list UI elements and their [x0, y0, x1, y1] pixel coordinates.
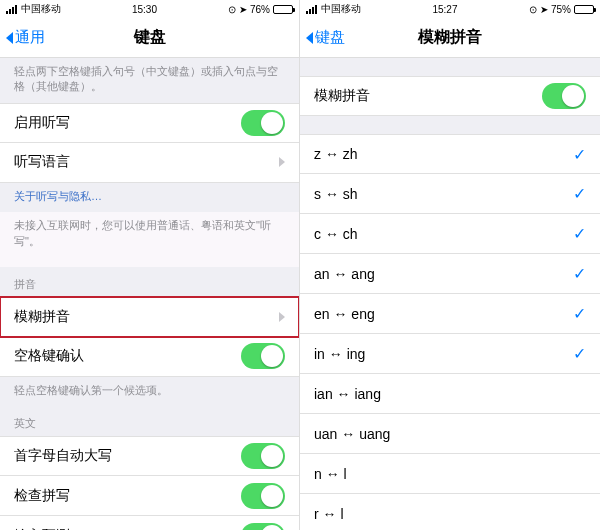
back-button[interactable]: 键盘: [306, 28, 345, 47]
checkmark-icon: ✓: [573, 145, 586, 164]
back-label: 通用: [15, 28, 45, 47]
status-bar: 中国移动 15:27 ⊙ ➤ 75%: [300, 0, 600, 18]
pinyin-header: 拼音: [0, 267, 299, 297]
english-header: 英文: [0, 406, 299, 436]
fuzzy-option-label: en ↔ eng: [314, 306, 375, 322]
chevron-left-icon: [306, 32, 313, 44]
location-icon: ➤: [239, 4, 247, 15]
fuzzy-option-label: uan ↔ uang: [314, 426, 390, 442]
page-title: 键盘: [134, 27, 166, 48]
chevron-left-icon: [6, 32, 13, 44]
fuzzy-option-row[interactable]: en ↔ eng✓: [300, 294, 600, 334]
checkmark-icon: ✓: [573, 224, 586, 243]
battery-percent: 75%: [551, 4, 571, 15]
fuzzy-option-row[interactable]: z ↔ zh✓: [300, 134, 600, 174]
predict-row[interactable]: 输入预测: [0, 516, 299, 530]
predict-toggle[interactable]: [241, 523, 285, 530]
checkmark-icon: ✓: [573, 184, 586, 203]
double-tap-note: 轻点两下空格键插入句号（中文键盘）或插入句点与空格（其他键盘）。: [0, 58, 299, 103]
autocap-label: 首字母自动大写: [14, 447, 112, 465]
privacy-link[interactable]: 关于听写与隐私…: [0, 183, 299, 212]
signal-icon: [306, 5, 317, 14]
fuzzy-master-row[interactable]: 模糊拼音: [300, 76, 600, 116]
fuzzy-pinyin-screen: 中国移动 15:27 ⊙ ➤ 75% 键盘 模糊拼音 模糊拼音 z ↔ zh✓s…: [300, 0, 600, 530]
status-bar: 中国移动 15:30 ⊙ ➤ 76%: [0, 0, 299, 18]
fuzzy-option-row[interactable]: r ↔ l: [300, 494, 600, 530]
fuzzy-option-row[interactable]: uan ↔ uang: [300, 414, 600, 454]
fuzzy-option-row[interactable]: n ↔ l: [300, 454, 600, 494]
checkmark-icon: ✓: [573, 304, 586, 323]
offline-note: 未接入互联网时，您可以使用普通话、粤语和英文"听写"。: [0, 212, 299, 267]
fuzzy-option-row[interactable]: ian ↔ iang: [300, 374, 600, 414]
fuzzy-option-label: z ↔ zh: [314, 146, 358, 162]
status-time: 15:27: [432, 4, 457, 15]
nav-bar: 通用 键盘: [0, 18, 299, 58]
battery-percent: 76%: [250, 4, 270, 15]
dictation-language-row[interactable]: 听写语言: [0, 143, 299, 183]
spellcheck-label: 检查拼写: [14, 487, 70, 505]
dictation-language-label: 听写语言: [14, 153, 70, 171]
back-button[interactable]: 通用: [6, 28, 45, 47]
carrier-label: 中国移动: [21, 2, 61, 16]
fuzzy-option-label: c ↔ ch: [314, 226, 358, 242]
page-title: 模糊拼音: [418, 27, 482, 48]
fuzzy-master-toggle[interactable]: [542, 83, 586, 109]
spellcheck-toggle[interactable]: [241, 483, 285, 509]
spellcheck-row[interactable]: 检查拼写: [0, 476, 299, 516]
dictation-row[interactable]: 启用听写: [0, 103, 299, 143]
space-confirm-row[interactable]: 空格键确认: [0, 337, 299, 377]
fuzzy-option-label: in ↔ ing: [314, 346, 365, 362]
fuzzy-option-label: s ↔ sh: [314, 186, 358, 202]
fuzzy-option-row[interactable]: in ↔ ing✓: [300, 334, 600, 374]
fuzzy-pinyin-row[interactable]: 模糊拼音: [0, 297, 299, 337]
keyboard-settings-screen: 中国移动 15:30 ⊙ ➤ 76% 通用 键盘 轻点两下空格键插入句号（中文键…: [0, 0, 300, 530]
fuzzy-option-row[interactable]: an ↔ ang✓: [300, 254, 600, 294]
space-confirm-toggle[interactable]: [241, 343, 285, 369]
fuzzy-list: z ↔ zh✓s ↔ sh✓c ↔ ch✓an ↔ ang✓en ↔ eng✓i…: [300, 134, 600, 530]
chevron-right-icon: [279, 157, 285, 167]
fuzzy-option-label: n ↔ l: [314, 466, 347, 482]
status-time: 15:30: [132, 4, 157, 15]
checkmark-icon: ✓: [573, 264, 586, 283]
nav-bar: 键盘 模糊拼音: [300, 18, 600, 58]
battery-icon: [273, 5, 293, 14]
alarm-icon: ⊙: [529, 4, 537, 15]
location-icon: ➤: [540, 4, 548, 15]
fuzzy-master-label: 模糊拼音: [314, 87, 370, 105]
space-note: 轻点空格键确认第一个候选项。: [0, 377, 299, 406]
autocap-toggle[interactable]: [241, 443, 285, 469]
dictation-label: 启用听写: [14, 114, 70, 132]
battery-icon: [574, 5, 594, 14]
back-label: 键盘: [315, 28, 345, 47]
fuzzy-option-row[interactable]: c ↔ ch✓: [300, 214, 600, 254]
fuzzy-option-label: r ↔ l: [314, 506, 344, 522]
carrier-label: 中国移动: [321, 2, 361, 16]
fuzzy-pinyin-label: 模糊拼音: [14, 308, 70, 326]
fuzzy-option-label: ian ↔ iang: [314, 386, 381, 402]
fuzzy-option-label: an ↔ ang: [314, 266, 375, 282]
chevron-right-icon: [279, 312, 285, 322]
autocap-row[interactable]: 首字母自动大写: [0, 436, 299, 476]
signal-icon: [6, 5, 17, 14]
dictation-toggle[interactable]: [241, 110, 285, 136]
checkmark-icon: ✓: [573, 344, 586, 363]
space-confirm-label: 空格键确认: [14, 347, 84, 365]
fuzzy-option-row[interactable]: s ↔ sh✓: [300, 174, 600, 214]
alarm-icon: ⊙: [228, 4, 236, 15]
